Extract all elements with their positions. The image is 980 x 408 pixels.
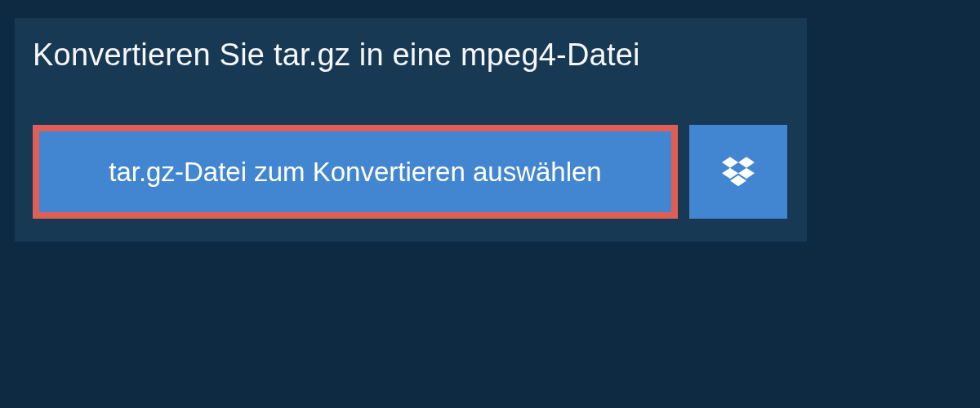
button-row: tar.gz-Datei zum Konvertieren auswählen bbox=[15, 125, 807, 219]
heading-container: Konvertieren Sie tar.gz in eine mpeg4-Da… bbox=[15, 18, 697, 92]
dropbox-icon bbox=[722, 154, 755, 190]
convert-panel: Konvertieren Sie tar.gz in eine mpeg4-Da… bbox=[15, 18, 807, 242]
page-title: Konvertieren Sie tar.gz in eine mpeg4-Da… bbox=[33, 38, 679, 73]
dropbox-button[interactable] bbox=[689, 125, 787, 219]
select-file-button-label: tar.gz-Datei zum Konvertieren auswählen bbox=[109, 157, 601, 188]
select-file-button[interactable]: tar.gz-Datei zum Konvertieren auswählen bbox=[33, 125, 678, 219]
